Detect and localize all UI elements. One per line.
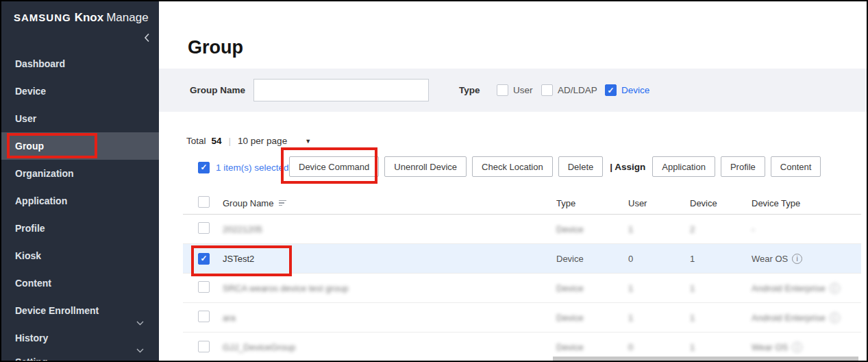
logo-manage: Manage bbox=[106, 11, 148, 24]
cell-device: 1 bbox=[690, 254, 752, 264]
info-icon: i bbox=[792, 342, 802, 352]
table-row[interactable]: SRCA wearos device test group Device 1 1… bbox=[183, 274, 861, 303]
logo-knox: Knox bbox=[75, 11, 104, 24]
sidebar-item-history[interactable]: History bbox=[1, 324, 159, 352]
sidebar-item-application[interactable]: Application bbox=[1, 187, 159, 215]
sidebar-item-content[interactable]: Content bbox=[1, 269, 159, 297]
cell-device-type: Wear OS i bbox=[752, 254, 861, 264]
type-checkbox-device[interactable]: Device bbox=[605, 84, 649, 96]
assign-content-button[interactable]: Content bbox=[771, 156, 821, 177]
brand-logo: SAMSUNGKnoxManage bbox=[1, 1, 159, 25]
sidebar-item-group[interactable]: Group bbox=[1, 132, 159, 160]
cell-device-type: Android Enterprise i bbox=[752, 313, 861, 323]
col-device[interactable]: Device bbox=[690, 198, 752, 208]
sidebar-item-user[interactable]: User bbox=[1, 105, 159, 132]
sidebar-item-label: Device Enrollment bbox=[15, 305, 99, 316]
total-bar: Total 54 | 10 per page ▼ bbox=[186, 136, 311, 146]
total-count: 54 bbox=[212, 136, 222, 146]
sidebar-item-device-enrollment[interactable]: Device Enrollment bbox=[1, 297, 159, 324]
assign-label: | Assign bbox=[610, 162, 645, 172]
sidebar-item-device[interactable]: Device bbox=[1, 77, 159, 105]
cell-device-type: Wear OS i bbox=[752, 342, 861, 352]
group-name-label: Group Name bbox=[190, 69, 245, 112]
sidebar-item-dashboard[interactable]: Dashboard bbox=[1, 50, 159, 77]
col-user[interactable]: User bbox=[628, 198, 690, 208]
header-checkbox[interactable] bbox=[198, 196, 210, 208]
col-group-name[interactable]: Group Name bbox=[223, 198, 273, 208]
main-content: Group Group Name Type User AD/LDAP Devic… bbox=[159, 1, 867, 361]
cell-group-name: ara bbox=[223, 313, 556, 323]
knox-manage-window: SAMSUNGKnoxManage Dashboard Device User … bbox=[0, 0, 868, 362]
cell-type: Device bbox=[556, 224, 628, 234]
delete-button[interactable]: Delete bbox=[558, 156, 604, 177]
device-type-text: Wear OS bbox=[752, 342, 788, 352]
group-name-input[interactable] bbox=[253, 79, 429, 101]
col-device-type[interactable]: Device Type bbox=[752, 198, 861, 208]
assign-application-button[interactable]: Application bbox=[652, 156, 715, 177]
cell-group-name[interactable]: JSTest2 bbox=[223, 254, 556, 264]
info-icon: i bbox=[830, 313, 840, 323]
cell-group-name: GJJ_DeviceGroup bbox=[223, 342, 556, 352]
unenroll-device-button[interactable]: Unenroll Device bbox=[384, 156, 467, 177]
cell-group-name: SRCA wearos device test group bbox=[223, 283, 556, 293]
col-type[interactable]: Type bbox=[556, 198, 628, 208]
checkbox-icon[interactable] bbox=[497, 84, 508, 96]
table-row-jstest2[interactable]: JSTest2 Device 0 1 Wear OS i bbox=[183, 244, 861, 274]
cell-device: 2 bbox=[690, 224, 752, 234]
cell-user: 1 bbox=[628, 313, 690, 323]
row-checkbox[interactable] bbox=[198, 222, 210, 234]
row-checkbox[interactable] bbox=[198, 341, 210, 352]
page-title: Group bbox=[188, 37, 243, 58]
info-icon[interactable]: i bbox=[792, 254, 802, 264]
chevron-left-icon bbox=[144, 33, 150, 43]
cell-type: Device bbox=[556, 342, 628, 352]
cell-type: Device bbox=[556, 313, 628, 323]
sidebar-item-profile[interactable]: Profile bbox=[1, 215, 159, 242]
action-button-row: Device Command Unenroll Device Check Loc… bbox=[289, 156, 821, 177]
cell-device: 1 bbox=[690, 283, 752, 293]
type-checkbox-adldap[interactable]: AD/LDAP bbox=[541, 84, 597, 96]
table-header-row: Group Name Type User Device Device Type bbox=[183, 192, 861, 215]
row-checkbox[interactable] bbox=[198, 281, 210, 293]
device-command-button[interactable]: Device Command bbox=[289, 156, 379, 177]
row-checkbox-checked[interactable] bbox=[198, 253, 210, 265]
cell-user: 0 bbox=[628, 342, 690, 352]
cell-type: Device bbox=[556, 283, 628, 293]
select-all-checkbox[interactable] bbox=[198, 162, 210, 173]
sidebar-item-setting[interactable]: Setting bbox=[1, 352, 159, 362]
checkbox-checked-icon[interactable] bbox=[605, 84, 617, 96]
table-row[interactable]: 20221205 Device 1 2 - bbox=[183, 215, 861, 244]
logo-samsung: SAMSUNG bbox=[14, 12, 71, 23]
type-label: Type bbox=[459, 69, 480, 112]
sidebar-item-label: History bbox=[15, 333, 48, 343]
horizontal-scrollbar[interactable] bbox=[553, 357, 858, 361]
sidebar-collapse-button[interactable] bbox=[140, 33, 153, 45]
checkbox-label: AD/LDAP bbox=[558, 85, 597, 95]
cell-group-name: 20221205 bbox=[223, 224, 556, 234]
sidebar-item-kiosk[interactable]: Kiosk bbox=[1, 242, 159, 269]
group-table: Group Name Type User Device Device Type … bbox=[183, 192, 861, 362]
device-type-text: Android Enterprise bbox=[752, 283, 826, 293]
cell-device-type: - bbox=[752, 224, 861, 234]
filter-bar: Group Name Type User AD/LDAP Device bbox=[159, 69, 867, 112]
info-icon: i bbox=[830, 283, 840, 293]
divider: | bbox=[229, 136, 232, 146]
sidebar-nav: Dashboard Device User Group Organization… bbox=[1, 50, 159, 362]
sidebar: SAMSUNGKnoxManage Dashboard Device User … bbox=[1, 1, 159, 361]
cell-type: Device bbox=[556, 254, 628, 264]
assign-profile-button[interactable]: Profile bbox=[721, 156, 765, 177]
row-checkbox[interactable] bbox=[198, 311, 210, 322]
total-label: Total bbox=[186, 136, 206, 146]
table-row[interactable]: ara Device 1 1 Android Enterprise i bbox=[183, 303, 861, 333]
check-location-button[interactable]: Check Location bbox=[472, 156, 553, 177]
cell-device: 1 bbox=[690, 313, 752, 323]
sort-icon[interactable] bbox=[279, 200, 286, 206]
caret-down-icon: ▼ bbox=[305, 138, 311, 145]
cell-device: 1 bbox=[690, 342, 752, 352]
cell-device-type: Android Enterprise i bbox=[752, 283, 861, 293]
type-checkbox-user[interactable]: User bbox=[497, 84, 533, 96]
checkbox-icon[interactable] bbox=[541, 84, 553, 96]
device-type-text: Wear OS bbox=[752, 254, 788, 264]
per-page-dropdown[interactable]: 10 per page ▼ bbox=[238, 136, 311, 146]
sidebar-item-organization[interactable]: Organization bbox=[1, 160, 159, 187]
